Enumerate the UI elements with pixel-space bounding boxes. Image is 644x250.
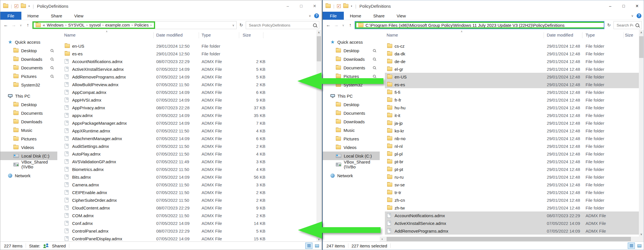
sidebar-item-documents[interactable]: Documents (323, 63, 380, 72)
sidebar-item-music[interactable]: Music (0, 126, 57, 134)
file-row-pt-br[interactable]: pt-br29/01/2024 12:48File folder (380, 158, 639, 165)
scrollbar-thumb[interactable] (387, 237, 631, 241)
close-button[interactable]: ✕ (308, 0, 321, 12)
sidebar-item-desktop[interactable]: Desktop (0, 100, 57, 109)
file-row-appv-admx[interactable]: appv.admx07/05/2022 14:09ADMX File35 KB (57, 111, 316, 119)
minimize-button[interactable]: – (604, 0, 617, 12)
file-row-conf-admx[interactable]: Conf.admx07/05/2022 14:09ADMX File14 KB (57, 219, 316, 227)
file-row-es-es[interactable]: es-es29/01/2024 12:50File folder (57, 50, 316, 57)
search-box[interactable] (613, 21, 642, 29)
title-bar[interactable]: | ✓ ▾ | PolicyDefinitions – □ ✕ (0, 0, 321, 12)
sidebar-item-pictures[interactable]: Pictures (323, 134, 380, 143)
recent-locations-icon[interactable]: ∨ (341, 24, 346, 27)
file-row-hu-hu[interactable]: hu-hu29/01/2024 12:48File folder (380, 104, 639, 111)
sidebar-item-local-disk-c[interactable]: Local Disk (C:) (323, 152, 380, 160)
file-row-ko-kr[interactable]: ko-kr29/01/2024 12:48File folder (380, 127, 639, 134)
file-row-camera-admx[interactable]: Camera.admx07/05/2022 11:50ADMX File3 KB (57, 181, 316, 188)
tab-view[interactable]: View (391, 12, 412, 20)
help-icon[interactable]: ? (637, 13, 641, 18)
column-header-name[interactable]: Name (387, 33, 398, 37)
file-row-zh-cn[interactable]: zh-cn29/01/2024 12:48File folder (380, 196, 639, 204)
title-bar[interactable]: | ✓ ▾ | PolicyDefinitions – □ ✕ (323, 0, 644, 12)
file-row-nb-no[interactable]: nb-no29/01/2024 12:48File folder (380, 134, 639, 142)
search-input[interactable] (616, 23, 634, 28)
address-input[interactable]: C:\Program Files (x86)\Microsoft Group P… (355, 21, 604, 29)
file-row-com-admx[interactable]: COM.admx07/05/2022 11:50ADMX File2 KB (57, 211, 316, 219)
sidebar-item-documents[interactable]: Documents (0, 63, 57, 72)
file-row-biometrics-admx[interactable]: Biometrics.admx07/05/2022 11:50ADMX File… (57, 165, 316, 173)
file-row-attachmentmanager-admx[interactable]: AttachmentManager.admx07/05/2022 14:09AD… (57, 134, 316, 142)
file-row-cloudcontent-admx[interactable]: CloudContent.admx08/07/2023 22:29ADMX Fi… (57, 204, 316, 211)
sidebar-item-documents[interactable]: Documents (0, 109, 57, 117)
address-input[interactable]: «Windows›SYSVOL›sysvol›example.com›Polic… (32, 21, 237, 29)
file-row-zh-tw[interactable]: zh-tw29/01/2024 12:48File folder (380, 204, 639, 211)
file-row-controlpaneldisplay-admx[interactable]: ControlPanelDisplay.admx07/05/2022 14:09… (57, 235, 316, 242)
file-row-pl-pl[interactable]: pl-pl29/01/2024 12:48File folder (380, 150, 639, 158)
file-row-sv-se[interactable]: sv-se29/01/2024 12:48File folder (380, 181, 639, 188)
file-row-fi-fi[interactable]: fi-fi29/01/2024 12:48File folder (380, 88, 639, 96)
tab-share[interactable]: Share (367, 12, 391, 20)
sidebar-item-downloads[interactable]: Downloads (323, 55, 380, 63)
breadcrumb-item-policies[interactable]: Policies (134, 23, 149, 27)
file-row-addremoveprograms-admx[interactable]: AddRemovePrograms.admx07/05/2022 14:09AD… (57, 73, 316, 80)
file-row-allowbuildpreview-admx[interactable]: AllowBuildPreview.admx07/05/2022 11:50AD… (57, 80, 316, 88)
file-row-addremoveprograms-admx[interactable]: AddRemovePrograms.admx07/05/2022 14:09AD… (380, 227, 639, 235)
file-row-bits-admx[interactable]: Bits.admx07/05/2022 14:09ADMX File56 KB (57, 173, 316, 181)
file-row-appxpackagemanager-admx[interactable]: AppxPackageManager.admx07/05/2022 14:09A… (57, 119, 316, 127)
minimize-button[interactable]: – (281, 0, 294, 12)
scroll-down-icon[interactable]: ∨ (316, 237, 321, 242)
tab-view[interactable]: View (68, 12, 89, 20)
back-button[interactable]: ← (2, 23, 9, 28)
sidebar-item-downloads[interactable]: Downloads (0, 55, 57, 63)
properties-checkbox-icon[interactable]: ✓ (337, 4, 341, 8)
file-row-fr-fr[interactable]: fr-fr29/01/2024 12:48File folder (380, 96, 639, 104)
recent-locations-icon[interactable]: ∨ (18, 24, 23, 27)
sidebar-item-documents[interactable]: Documents (323, 109, 380, 117)
file-row-ceipenable-admx[interactable]: CEIPEnable.admx07/05/2022 11:50ADMX File… (57, 188, 316, 196)
sidebar-item-music[interactable]: Music (323, 126, 380, 134)
thumbnails-view-button[interactable] (636, 243, 643, 249)
file-row-appxruntime-admx[interactable]: AppXRuntime.admx07/05/2022 11:50ADMX Fil… (57, 127, 316, 134)
breadcrumb-item-sysvol[interactable]: sysvol (89, 23, 101, 27)
column-header-type[interactable]: Type (202, 33, 211, 37)
sidebar-item-this-pc[interactable]: This PC (0, 92, 57, 100)
file-row-controlpanel-admx[interactable]: ControlPanel.admx08/07/2023 22:29ADMX Fi… (57, 227, 316, 235)
scrollbar-thumb[interactable] (639, 36, 643, 58)
thumbnails-view-button[interactable] (313, 243, 320, 249)
up-button[interactable]: ↑ (347, 23, 354, 28)
vertical-scrollbar[interactable]: ∧ ∨ (316, 30, 321, 242)
up-button[interactable]: ↑ (24, 23, 31, 28)
file-row-autoplay-admx[interactable]: AutoPlay.admx07/05/2022 11:50ADMX File4 … (57, 150, 316, 158)
search-input[interactable] (248, 23, 311, 28)
file-row-activexinstallservice-admx[interactable]: ActiveXInstallService.admx07/05/2022 14:… (380, 219, 639, 227)
search-box[interactable] (246, 21, 319, 29)
file-row-cs-cz[interactable]: cs-cz29/01/2024 12:48File folder (380, 42, 639, 50)
vertical-scrollbar[interactable]: ∧ ∨ (639, 30, 644, 237)
help-icon[interactable]: ? (314, 13, 319, 18)
scrollbar-thumb[interactable] (317, 36, 321, 61)
scroll-right-icon[interactable]: › (380, 237, 385, 241)
file-row-appprivacy-admx[interactable]: AppPrivacy.admx08/07/2023 22:28ADMX File… (57, 104, 316, 111)
horizontal-scrollbar[interactable]: ‹ › (380, 237, 639, 241)
sidebar-item-pictures[interactable]: Pictures (323, 72, 380, 80)
column-header-date-modified[interactable]: Date modified (156, 33, 183, 37)
file-row-ja-jp[interactable]: ja-jp29/01/2024 12:48File folder (380, 119, 639, 127)
address-dropdown-icon[interactable]: ∨ (232, 24, 234, 27)
sidebar-item-vbox-shared-vbo[interactable]: VBox_Shared (\\VBo (323, 160, 380, 169)
file-row-de-de[interactable]: de-de29/01/2024 12:48File folder (380, 57, 639, 65)
file-row-ru-ru[interactable]: ru-ru29/01/2024 12:48File folder (380, 173, 639, 181)
breadcrumb-item-example-com[interactable]: example.com (105, 23, 130, 27)
refresh-icon[interactable]: ↻ (237, 23, 245, 28)
tab-home[interactable]: Home (344, 12, 367, 20)
sidebar-item-vbox-shared-vbo[interactable]: VBox_Shared (\\VBo (0, 160, 57, 169)
maximize-button[interactable]: □ (617, 0, 630, 12)
refresh-icon[interactable]: ↻ (605, 23, 613, 28)
tab-file[interactable]: File (0, 12, 21, 20)
file-row-es-es[interactable]: es-es29/01/2024 12:48File folder (380, 80, 639, 88)
properties-checkbox-icon[interactable]: ✓ (15, 4, 18, 8)
sidebar-item-videos[interactable]: Videos (323, 143, 380, 152)
sidebar-item-pictures[interactable]: Pictures (0, 72, 57, 80)
sidebar-item-desktop[interactable]: Desktop (323, 46, 380, 55)
sidebar-item-videos[interactable]: Videos (0, 143, 57, 152)
sidebar-item-local-disk-c[interactable]: Local Disk (C:) (0, 152, 57, 160)
